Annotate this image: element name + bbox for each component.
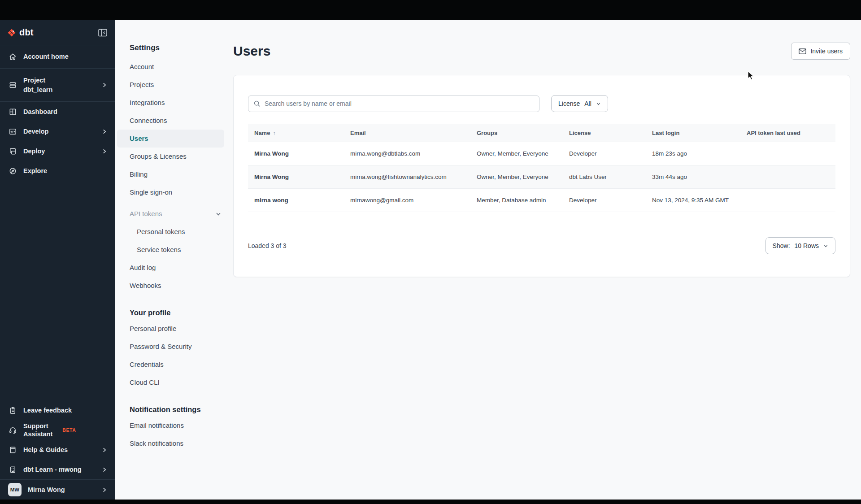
- column-header-email[interactable]: Email: [344, 124, 470, 142]
- dbt-logo[interactable]: dbt: [7, 27, 34, 39]
- app-sidebar: dbt Account home: [0, 20, 115, 500]
- chevron-right-icon: [101, 129, 107, 135]
- sidebar-main-group: Dashboard Develop: [0, 102, 115, 181]
- deploy-icon: [8, 147, 17, 156]
- settings-nav-item-billing[interactable]: Billing: [117, 165, 224, 183]
- rows-per-page-dropdown[interactable]: Show: 10 Rows: [765, 237, 835, 254]
- sidebar-spacer: [0, 181, 115, 400]
- settings-nav-title: Settings: [117, 43, 224, 52]
- table-footer: Loaded 3 of 3 Show: 10 Rows: [248, 237, 835, 254]
- headset-icon: [8, 426, 17, 434]
- home-icon: [8, 52, 17, 61]
- user-name: Mirna Wong: [28, 486, 95, 494]
- notification-settings-title: Notification settings: [117, 404, 224, 415]
- cell-last-login: 18m 23s ago: [646, 142, 740, 165]
- cell-name: Mirna Wong: [248, 142, 344, 165]
- chevron-right-icon: [101, 82, 107, 88]
- settings-nav-item-personal-profile[interactable]: Personal profile: [117, 320, 224, 338]
- settings-nav-item-single-sign-on[interactable]: Single sign-on: [117, 183, 224, 201]
- settings-nav-item-service-tokens[interactable]: Service tokens: [117, 241, 224, 259]
- column-header-api-token[interactable]: API token last used: [740, 124, 835, 142]
- column-header-last-login[interactable]: Last login: [646, 124, 740, 142]
- cell-name: Mirna Wong: [248, 165, 344, 189]
- sidebar-footer-group: Leave feedback Support Assistant BETA: [0, 400, 115, 479]
- sidebar-item-label: Leave feedback: [23, 406, 107, 414]
- chevron-down-icon: [215, 211, 222, 217]
- settings-nav-item-projects[interactable]: Projects: [117, 76, 224, 94]
- invite-users-label: Invite users: [810, 48, 843, 55]
- sidebar-item-label: Dashboard: [23, 108, 107, 116]
- search-input[interactable]: [248, 96, 539, 112]
- sidebar-item-label: Deploy: [23, 147, 95, 155]
- cell-api-token: [740, 165, 835, 189]
- sidebar-item-label: Develop: [23, 127, 95, 135]
- settings-nav-item-webhooks[interactable]: Webhooks: [117, 277, 224, 295]
- clipboard-icon: [8, 406, 17, 415]
- settings-nav-item-cloud-cli[interactable]: Cloud CLI: [117, 374, 224, 391]
- cell-groups: Member, Database admin: [470, 189, 563, 212]
- settings-nav-item-audit-log[interactable]: Audit log: [117, 259, 224, 277]
- sidebar-item-deploy[interactable]: Deploy: [0, 141, 115, 161]
- your-profile-title: Your profile: [117, 307, 224, 318]
- table-filters: License All: [248, 95, 835, 112]
- dashboard-icon: [8, 108, 17, 116]
- sidebar-item-label: Account home: [23, 52, 107, 61]
- cell-last-login: Nov 13, 2024, 9:35 AM GMT: [646, 189, 740, 212]
- sidebar-collapse-icon[interactable]: [98, 29, 107, 37]
- settings-nav-item-connections[interactable]: Connections: [117, 112, 224, 130]
- sidebar-item-develop[interactable]: Develop: [0, 122, 115, 141]
- settings-nav-item-integrations[interactable]: Integrations: [117, 94, 224, 112]
- cell-email: mirna.wong@dbtlabs.com: [344, 142, 470, 165]
- dbt-logo-icon: [7, 27, 16, 39]
- sidebar-item-account-home[interactable]: Account home: [0, 45, 115, 68]
- license-filter-dropdown[interactable]: License All: [551, 95, 608, 112]
- sidebar-item-support-assistant[interactable]: Support Assistant BETA: [0, 420, 115, 440]
- column-header-name[interactable]: Name↑: [248, 124, 344, 142]
- settings-nav-item-email-notifications[interactable]: Email notifications: [117, 417, 224, 434]
- sidebar-item-label: Support Assistant: [23, 422, 52, 438]
- cell-email: mirnawong@gmail.com: [344, 189, 470, 212]
- settings-nav-item-slack-notifications[interactable]: Slack notifications: [117, 434, 224, 452]
- mail-icon: [799, 48, 806, 55]
- sidebar-item-explore[interactable]: Explore: [0, 161, 115, 181]
- settings-nav-item-password-security[interactable]: Password & Security: [117, 338, 224, 356]
- window-bottom-strip: [0, 500, 861, 504]
- table-row[interactable]: Mirna Wong mirna.wong@dbtlabs.com Owner,…: [248, 142, 835, 165]
- logo-text: dbt: [19, 27, 34, 38]
- app-shell: dbt Account home: [0, 20, 861, 500]
- users-table: Name↑ Email Groups License Last login AP…: [248, 124, 835, 212]
- sidebar-item-account-switcher[interactable]: dbt Learn - mwong: [0, 460, 115, 479]
- building-icon: [8, 465, 17, 474]
- api-tokens-label: API tokens: [130, 209, 215, 218]
- table-row[interactable]: mirna wong mirnawong@gmail.com Member, D…: [248, 189, 835, 212]
- settings-nav-group-api-tokens[interactable]: API tokens: [117, 205, 224, 223]
- settings-nav-item-personal-tokens[interactable]: Personal tokens: [117, 223, 224, 241]
- settings-nav-item-credentials[interactable]: Credentials: [117, 356, 224, 374]
- settings-nav-item-account[interactable]: Account: [117, 58, 224, 76]
- license-filter-value: All: [584, 100, 591, 107]
- sidebar-item-project[interactable]: Project dbt_learn: [0, 69, 115, 101]
- column-header-license[interactable]: License: [563, 124, 646, 142]
- sidebar-user-menu[interactable]: MW Mirna Wong: [0, 480, 115, 500]
- search-icon: [253, 100, 261, 109]
- settings-nav-item-users[interactable]: Users: [117, 130, 224, 148]
- loaded-status: Loaded 3 of 3: [248, 242, 287, 249]
- develop-icon: [8, 127, 17, 136]
- column-header-groups[interactable]: Groups: [470, 124, 563, 142]
- project-icon: [8, 81, 17, 89]
- sidebar-item-dashboard[interactable]: Dashboard: [0, 102, 115, 122]
- sidebar-item-help-guides[interactable]: Help & Guides: [0, 440, 115, 460]
- sidebar-item-label: Explore: [23, 167, 107, 175]
- table-header-row: Name↑ Email Groups License Last login AP…: [248, 124, 835, 142]
- table-row[interactable]: Mirna Wong mirna.wong@fishtownanalytics.…: [248, 165, 835, 189]
- main-content: Users Invite users: [233, 20, 861, 500]
- settings-nav-item-groups-licenses[interactable]: Groups & Licenses: [117, 148, 224, 165]
- chevron-right-icon: [101, 447, 107, 453]
- cell-name: mirna wong: [248, 189, 344, 212]
- invite-users-button[interactable]: Invite users: [791, 43, 850, 60]
- window-top-strip: [0, 0, 861, 20]
- sidebar-item-leave-feedback[interactable]: Leave feedback: [0, 400, 115, 420]
- sidebar-item-label: Project: [23, 76, 95, 84]
- main-header: Users Invite users: [233, 43, 850, 60]
- show-label: Show:: [773, 242, 790, 249]
